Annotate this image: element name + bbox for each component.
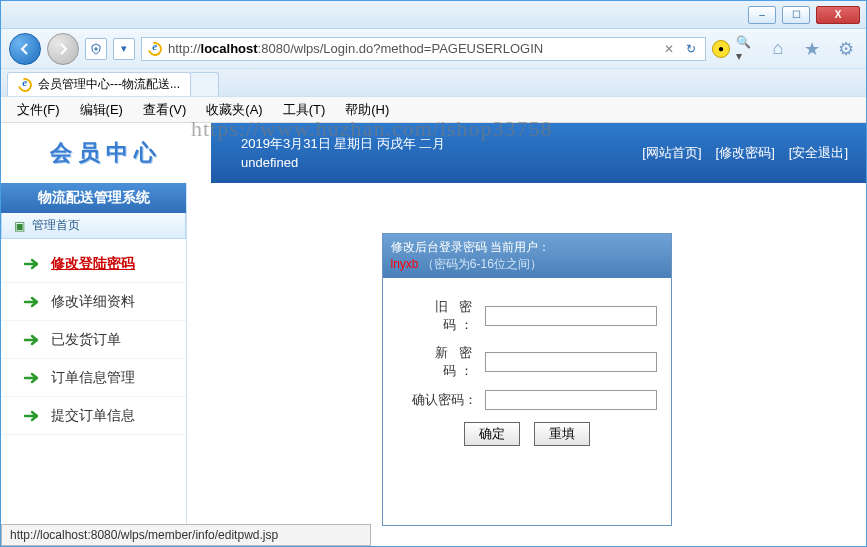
menu-view[interactable]: 查看(V) <box>135 98 194 122</box>
shield-plus-icon <box>90 43 102 55</box>
compat-view-button[interactable] <box>85 38 107 60</box>
addon-icon[interactable]: ● <box>712 40 730 58</box>
arrow-green-icon <box>23 407 41 425</box>
link-change-password[interactable]: [修改密码] <box>716 144 775 162</box>
status-text: http://localhost:8080/wlps/member/info/e… <box>10 528 278 542</box>
input-confirm-password[interactable] <box>485 390 657 410</box>
current-user: lnyxb <box>391 257 419 271</box>
header-info: 2019年3月31日 星期日 丙戌年 二月 undefined <box>211 134 642 173</box>
window-close-button[interactable]: X <box>816 6 860 24</box>
arrow-right-icon <box>55 41 71 57</box>
window-titlebar: – ☐ X <box>1 1 866 29</box>
url-text: http://localhost:8080/wlps/Login.do?meth… <box>168 41 655 56</box>
status-bar: http://localhost:8080/wlps/member/info/e… <box>1 524 371 546</box>
arrow-green-icon <box>23 293 41 311</box>
home-icon[interactable]: ⌂ <box>766 37 790 61</box>
tab-title: 会员管理中心---物流配送... <box>38 76 180 93</box>
url-dropdown-button[interactable]: ▾ <box>113 38 135 60</box>
logo-text: 会员中心 <box>50 138 162 168</box>
label-new-password: 新 密 码： <box>397 344 477 380</box>
sidebar-item-change-password[interactable]: 修改登陆密码 <box>1 245 186 283</box>
window-minimize-button[interactable]: – <box>748 6 776 24</box>
link-site-home[interactable]: [网站首页] <box>642 144 701 162</box>
search-dropdown-icon[interactable]: 🔍▾ <box>736 41 752 57</box>
tabstrip: 会员管理中心---物流配送... <box>1 69 866 97</box>
reset-button[interactable]: 重填 <box>534 422 590 446</box>
back-button[interactable] <box>9 33 41 65</box>
favorites-icon[interactable]: ★ <box>800 37 824 61</box>
sidebar-home[interactable]: ▣ 管理首页 <box>1 213 186 239</box>
sidebar-item-label: 修改登陆密码 <box>51 255 135 273</box>
panel-head-prefix: 修改后台登录密码 当前用户： <box>391 240 550 254</box>
browser-toolbar: ▾ http://localhost:8080/wlps/Login.do?me… <box>1 29 866 69</box>
address-bar[interactable]: http://localhost:8080/wlps/Login.do?meth… <box>141 37 706 61</box>
stop-icon[interactable]: ✕ <box>661 41 677 57</box>
refresh-icon[interactable]: ↻ <box>683 41 699 57</box>
sidebar-home-label: 管理首页 <box>32 217 80 234</box>
sidebar: 物流配送管理系统 ▣ 管理首页 修改登陆密码 修改详细资料 <box>1 183 186 526</box>
header-links: [网站首页] [修改密码] [安全退出] <box>642 144 866 162</box>
link-safe-exit[interactable]: [安全退出] <box>789 144 848 162</box>
panel-head-suffix: （密码为6-16位之间） <box>422 257 542 271</box>
ie-icon <box>148 42 162 56</box>
page-header: 会员中心 2019年3月31日 星期日 丙戌年 二月 undefined [网站… <box>1 123 866 183</box>
ie-icon <box>18 78 32 92</box>
menu-file[interactable]: 文件(F) <box>9 98 68 122</box>
submit-button[interactable]: 确定 <box>464 422 520 446</box>
sub-line: undefined <box>241 153 642 173</box>
sidebar-list: 修改登陆密码 修改详细资料 已发货订单 订单信息管理 <box>1 239 186 441</box>
sidebar-item-shipped-orders[interactable]: 已发货订单 <box>1 321 186 359</box>
label-confirm-password: 确认密码： <box>397 391 477 409</box>
browser-tab[interactable]: 会员管理中心---物流配送... <box>7 72 191 96</box>
menu-help[interactable]: 帮助(H) <box>337 98 397 122</box>
input-old-password[interactable] <box>485 306 657 326</box>
change-password-panel: 修改后台登录密码 当前用户： lnyxb （密码为6-16位之间） 旧 密 码：… <box>382 233 672 526</box>
arrow-green-icon <box>23 369 41 387</box>
sidebar-item-edit-profile[interactable]: 修改详细资料 <box>1 283 186 321</box>
sidebar-item-label: 已发货订单 <box>51 331 121 349</box>
sidebar-item-label: 修改详细资料 <box>51 293 135 311</box>
panel-header: 修改后台登录密码 当前用户： lnyxb （密码为6-16位之间） <box>383 234 671 278</box>
arrow-green-icon <box>23 255 41 273</box>
sidebar-item-label: 提交订单信息 <box>51 407 135 425</box>
new-tab-button[interactable] <box>191 72 219 96</box>
main-content: 修改后台登录密码 当前用户： lnyxb （密码为6-16位之间） 旧 密 码：… <box>186 183 866 526</box>
sidebar-item-submit-order[interactable]: 提交订单信息 <box>1 397 186 435</box>
menu-edit[interactable]: 编辑(E) <box>72 98 131 122</box>
forward-button[interactable] <box>47 33 79 65</box>
home-small-icon: ▣ <box>12 219 26 233</box>
sidebar-title: 物流配送管理系统 <box>1 183 186 213</box>
menu-favorites[interactable]: 收藏夹(A) <box>198 98 270 122</box>
date-line: 2019年3月31日 星期日 丙戌年 二月 <box>241 134 642 154</box>
logo: 会员中心 <box>1 123 211 183</box>
arrow-left-icon <box>17 41 33 57</box>
arrow-green-icon <box>23 331 41 349</box>
sidebar-item-order-manage[interactable]: 订单信息管理 <box>1 359 186 397</box>
menu-tools[interactable]: 工具(T) <box>275 98 334 122</box>
label-old-password: 旧 密 码： <box>397 298 477 334</box>
input-new-password[interactable] <box>485 352 657 372</box>
window-maximize-button[interactable]: ☐ <box>782 6 810 24</box>
sidebar-item-label: 订单信息管理 <box>51 369 135 387</box>
tools-gear-icon[interactable]: ⚙ <box>834 37 858 61</box>
menubar: 文件(F) 编辑(E) 查看(V) 收藏夹(A) 工具(T) 帮助(H) <box>1 97 866 123</box>
